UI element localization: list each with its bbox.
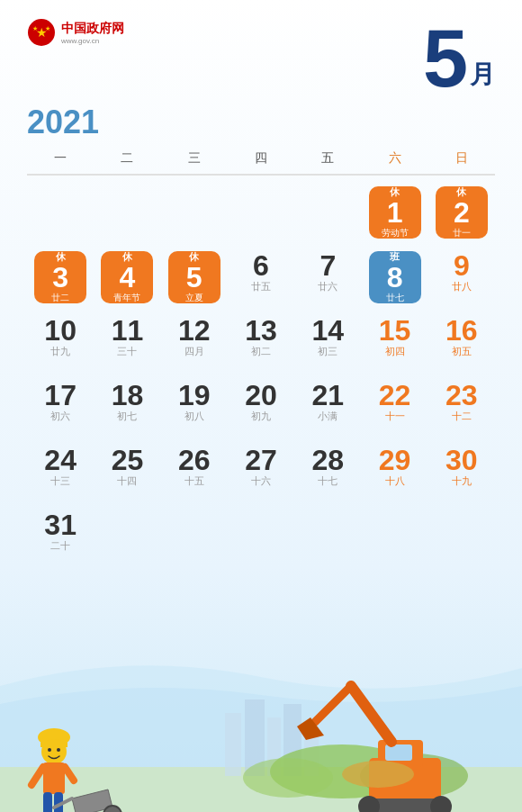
day-22: 22 十一 bbox=[361, 375, 428, 438]
day-18-sub: 初七 bbox=[117, 411, 137, 422]
month-number: 5 bbox=[423, 18, 468, 99]
day-23: 23 十二 bbox=[428, 375, 495, 438]
day-4: 休 4 青年节 bbox=[94, 246, 160, 309]
day-1-sub: 劳动节 bbox=[382, 228, 409, 239]
day-24-sub: 十三 bbox=[50, 475, 70, 487]
day-8: 班 8 廿七 bbox=[361, 246, 428, 309]
logo-title: 中国政府网 bbox=[61, 21, 124, 37]
bottom-illustration bbox=[0, 632, 522, 812]
header: ★ ★ ★ 中国政府网 www.gov.cn 5 月 bbox=[27, 18, 495, 99]
illustration-svg bbox=[0, 632, 522, 812]
day-12-num: 12 bbox=[178, 316, 211, 345]
day-22-sub: 十一 bbox=[385, 411, 405, 422]
day-14: 14 初三 bbox=[294, 311, 361, 374]
day-14-sub: 初三 bbox=[318, 346, 338, 357]
day-7-sub: 廿六 bbox=[318, 281, 338, 293]
day-25: 25 十四 bbox=[94, 440, 160, 503]
day-18-num: 18 bbox=[112, 381, 144, 410]
day-20-sub: 初九 bbox=[251, 411, 271, 422]
day-empty-4 bbox=[228, 181, 294, 244]
day-23-sub: 十二 bbox=[452, 411, 472, 422]
day-12-sub: 四月 bbox=[184, 346, 204, 357]
weekday-sat: 六 bbox=[361, 150, 428, 167]
day-16-sub: 初五 bbox=[452, 346, 472, 357]
day-4-num: 4 bbox=[120, 263, 136, 292]
day-27: 27 十六 bbox=[228, 440, 294, 503]
day-empty-2 bbox=[94, 181, 160, 244]
day-6: 6 廿五 bbox=[228, 246, 294, 309]
day-21: 21 小满 bbox=[294, 375, 361, 438]
day-31-num: 31 bbox=[44, 510, 76, 539]
day-1: 休 1 劳动节 bbox=[361, 181, 428, 244]
calendar-page: ★ ★ ★ 中国政府网 www.gov.cn 5 月 2021 一 二 三 四 … bbox=[0, 0, 522, 812]
day-23-num: 23 bbox=[446, 381, 478, 410]
day-16: 16 初五 bbox=[428, 311, 495, 374]
day-5: 休 5 立夏 bbox=[161, 246, 228, 309]
day-30-num: 30 bbox=[446, 446, 478, 474]
svg-point-37 bbox=[342, 761, 414, 788]
day-1-num: 1 bbox=[387, 198, 403, 227]
svg-point-26 bbox=[57, 748, 60, 752]
weekday-wed: 三 bbox=[161, 150, 228, 167]
day-31-sub: 二十 bbox=[50, 540, 70, 552]
day-3-num: 3 bbox=[52, 263, 68, 292]
day-17-sub: 初六 bbox=[50, 411, 70, 422]
day-6-sub: 廿五 bbox=[251, 281, 271, 293]
day-9: 9 廿八 bbox=[428, 246, 495, 309]
logo-area: ★ ★ ★ 中国政府网 www.gov.cn bbox=[27, 18, 124, 47]
svg-text:★: ★ bbox=[32, 25, 38, 32]
weekday-tue: 二 bbox=[94, 150, 160, 167]
day-5-num: 5 bbox=[186, 263, 202, 292]
day-6-num: 6 bbox=[253, 251, 269, 280]
day-empty-1 bbox=[27, 181, 94, 244]
day-27-sub: 十六 bbox=[251, 475, 271, 487]
day-13-sub: 初二 bbox=[251, 346, 271, 357]
weekday-header: 一 二 三 四 五 六 日 bbox=[27, 150, 495, 176]
day-10-num: 10 bbox=[44, 316, 76, 345]
day-15: 15 初四 bbox=[361, 311, 428, 374]
day-30-sub: 十九 bbox=[452, 475, 472, 487]
day-12: 12 四月 bbox=[161, 311, 228, 374]
day-13-num: 13 bbox=[245, 316, 277, 345]
day-8-num: 8 bbox=[387, 263, 403, 292]
day-8-badge: 班 8 廿七 bbox=[369, 251, 421, 303]
day-18: 18 初七 bbox=[94, 375, 160, 438]
day-24-num: 24 bbox=[44, 446, 76, 474]
day-20-num: 20 bbox=[245, 381, 277, 410]
emblem-icon: ★ ★ ★ bbox=[27, 18, 56, 47]
logo-subtitle: www.gov.cn bbox=[61, 37, 124, 45]
day-29: 29 十八 bbox=[361, 440, 428, 503]
day-28: 28 十七 bbox=[294, 440, 361, 503]
day-21-num: 21 bbox=[311, 381, 344, 410]
day-empty-r6-5 bbox=[294, 505, 361, 568]
day-24: 24 十三 bbox=[27, 440, 94, 503]
svg-rect-30 bbox=[43, 792, 52, 812]
svg-point-12 bbox=[243, 758, 333, 798]
day-empty-r6-6 bbox=[361, 505, 428, 568]
day-11: 11 三十 bbox=[94, 311, 160, 374]
day-14-num: 14 bbox=[311, 316, 344, 345]
day-15-num: 15 bbox=[379, 316, 411, 345]
day-empty-r6-2 bbox=[94, 505, 160, 568]
day-19-sub: 初八 bbox=[184, 411, 204, 422]
day-8-sub: 廿七 bbox=[386, 293, 404, 303]
day-2: 休 2 廿一 bbox=[428, 181, 495, 244]
day-29-num: 29 bbox=[379, 446, 411, 474]
day-28-num: 28 bbox=[311, 446, 344, 474]
day-16-num: 16 bbox=[446, 316, 478, 345]
day-empty-r6-3 bbox=[161, 505, 228, 568]
day-4-badge: 休 4 青年节 bbox=[101, 251, 153, 303]
svg-point-25 bbox=[48, 748, 51, 752]
day-29-sub: 十八 bbox=[385, 475, 405, 487]
month-display: 5 月 bbox=[423, 18, 495, 99]
day-19: 19 初八 bbox=[161, 375, 228, 438]
day-21-sub: 小满 bbox=[318, 411, 338, 422]
day-11-num: 11 bbox=[112, 316, 144, 345]
day-2-badge: 休 2 廿一 bbox=[436, 186, 488, 239]
weekday-fri: 五 bbox=[294, 150, 361, 167]
day-2-sub: 廿一 bbox=[453, 228, 471, 239]
day-27-num: 27 bbox=[245, 446, 277, 474]
day-25-num: 25 bbox=[112, 446, 144, 474]
day-13: 13 初二 bbox=[228, 311, 294, 374]
day-3-badge: 休 3 廿二 bbox=[34, 251, 86, 303]
